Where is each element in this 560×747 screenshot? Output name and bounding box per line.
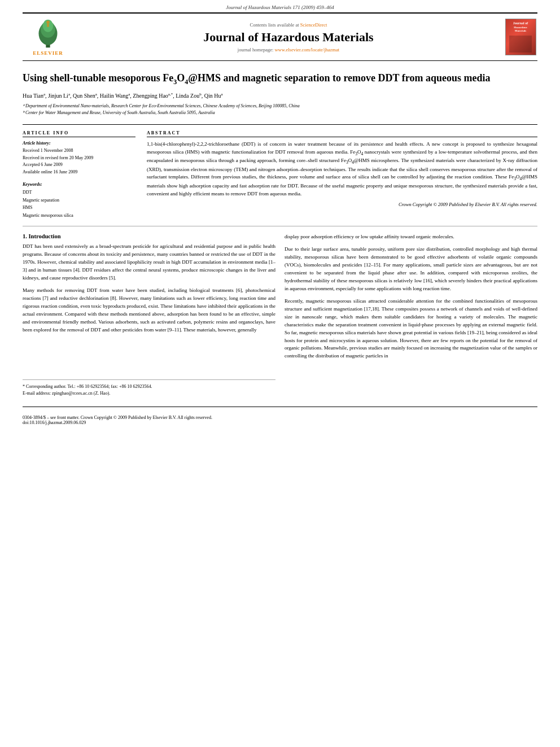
svg-point-4: [46, 21, 50, 24]
homepage-link[interactable]: www.elsevier.com/locate/jhazmat: [274, 47, 339, 53]
body-left-col: 1. Introduction DDT has been used extens…: [23, 233, 275, 397]
right-para-2: Due to their large surface area, tunable…: [285, 246, 537, 293]
svg-rect-5: [47, 24, 49, 27]
homepage-prefix: journal homepage:: [238, 47, 274, 53]
intro-para-2: Many methods for removing DDT from water…: [23, 287, 275, 334]
received-date: Received 1 November 2008: [23, 147, 135, 155]
page-wrapper: Journal of Hazardous Materials 171 (2009…: [0, 0, 560, 747]
body-section: 1. Introduction DDT has been used extens…: [23, 233, 537, 397]
keyword-3: HMS: [23, 204, 135, 212]
journal-ref-line: Journal of Hazardous Materials 171 (2009…: [0, 0, 560, 12]
copyright-footer: 0304-3894/$ – see front matter. Crown Co…: [23, 415, 537, 420]
journal-cover-image: Journal of Hazardous Materials: [505, 19, 536, 55]
right-para-3: Recently, magnetic mesoporous silicas at…: [285, 298, 537, 361]
footnote-area: * Corresponding author. Tel.: +86 10 629…: [23, 379, 275, 398]
hazmat-cover: Journal of Hazardous Materials: [504, 19, 537, 55]
doi-line: doi:10.1016/j.jhazmat.2009.06.029: [23, 420, 537, 425]
intro-para-1: DDT has been used extensively as a broad…: [23, 243, 275, 282]
intro-section-title: Introduction: [29, 233, 61, 239]
affil-b: ᵇ Center for Water Management and Reuse,…: [23, 110, 537, 116]
cover-image-label: Journal of Hazardous Materials: [509, 21, 532, 53]
history-label: Article history:: [23, 141, 135, 146]
article-info-col: ARTICLE INFO Article history: Received 1…: [23, 130, 135, 220]
keywords-section: Keywords: DDT Magnetic separation HMS Ma…: [23, 182, 135, 219]
sciencedirect-link[interactable]: ScienceDirect: [300, 22, 327, 28]
journal-header-center: Contents lists available at ScienceDirec…: [73, 22, 504, 53]
abstract-header: ABSTRACT: [147, 130, 537, 137]
elsevier-logo: ELSEVIER: [23, 18, 73, 56]
available-date: Available online 16 June 2009: [23, 169, 135, 176]
section-divider: [23, 226, 537, 226]
article-title-area: Using shell-tunable mesoporous Fe3O4@HMS…: [23, 71, 537, 125]
abstract-col: ABSTRACT 1,1-bis(4-chlorophenyl)-2,2,2-t…: [147, 130, 537, 220]
keyword-2: Magnetic separation: [23, 196, 135, 204]
affil-a: ᵃ Department of Environmental Nano-mater…: [23, 103, 537, 110]
body-right-col: display poor adsorption efficiency or lo…: [285, 233, 537, 397]
corresponding-note: * Corresponding author. Tel.: +86 10 629…: [23, 383, 275, 391]
elsevier-label: ELSEVIER: [33, 50, 63, 56]
article-title: Using shell-tunable mesoporous Fe3O4@HMS…: [23, 71, 537, 86]
sciencedirect-prefix: Contents lists available at: [250, 22, 299, 28]
abstract-copyright: Crown Copyright © 2009 Published by Else…: [147, 202, 537, 207]
keyword-4: Magnetic mesoporous silica: [23, 212, 135, 220]
revised-date: Received in revised form 20 May 2009: [23, 155, 135, 162]
article-info-abstract-section: ARTICLE INFO Article history: Received 1…: [23, 130, 537, 220]
homepage-line: journal homepage: www.elsevier.com/locat…: [73, 47, 504, 53]
journal-title-header: Journal of Hazardous Materials: [73, 30, 504, 45]
footer-area: 0304-3894/$ – see front matter. Crown Co…: [23, 407, 537, 425]
email-note: E-mail address: zpinghao@rcees.ac.cn (Z.…: [23, 390, 275, 397]
journal-header: ELSEVIER Contents lists available at Sci…: [23, 12, 537, 61]
keyword-1: DDT: [23, 189, 135, 196]
sciencedirect-line: Contents lists available at ScienceDirec…: [73, 22, 504, 28]
authors-line: Hua Tiana, Jinjun Lia, Qun Shena, Hailin…: [23, 92, 537, 99]
journal-ref-text: Journal of Hazardous Materials 171 (2009…: [226, 5, 334, 10]
article-history: Article history: Received 1 November 200…: [23, 141, 135, 176]
intro-section-num: 1.: [23, 233, 27, 239]
right-para-1: display poor adsorption efficiency or lo…: [285, 233, 537, 241]
article-info-header: ARTICLE INFO: [23, 130, 135, 137]
affiliations: ᵃ Department of Environmental Nano-mater…: [23, 103, 537, 116]
accepted-date: Accepted 6 June 2009: [23, 161, 135, 169]
intro-title: 1. Introduction: [23, 233, 275, 239]
keywords-label: Keywords:: [23, 182, 135, 187]
elsevier-tree-icon: [31, 18, 65, 49]
abstract-text: 1,1-bis(4-chlorophenyl)-2,2,2-trichloroe…: [147, 141, 537, 198]
